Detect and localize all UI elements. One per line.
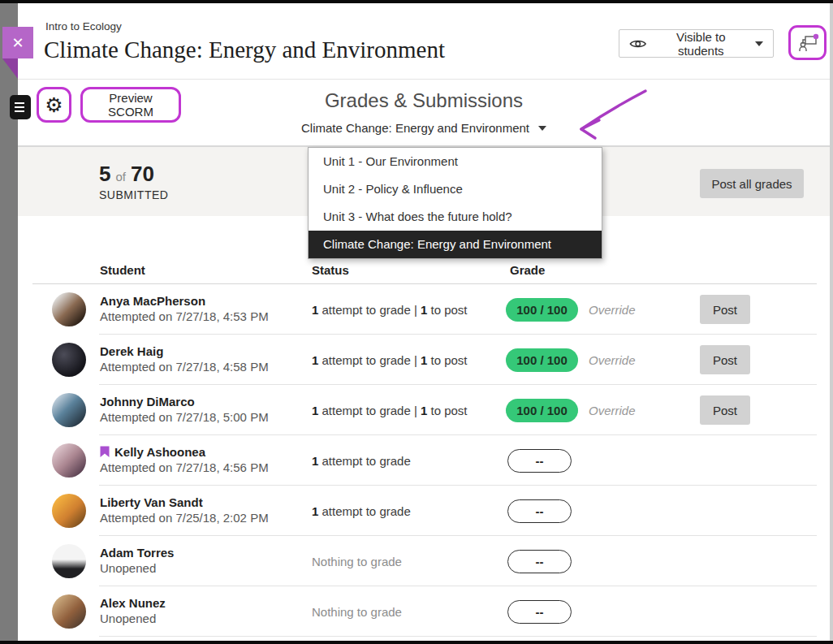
student-name: Kelly Ashoonea [100,444,269,460]
dropdown-item-unit3[interactable]: Unit 3 - What does the future hold? [309,203,602,231]
content-dropdown: Unit 1 - Our Environment Unit 2 - Policy… [308,147,602,259]
visibility-button[interactable]: Visible to students [619,29,774,58]
content-selector-label: Climate Change: Energy and Environment [301,121,529,135]
avatar [52,594,86,629]
grade-pill[interactable]: -- [507,499,572,523]
avatar [52,393,86,427]
of-label: of [115,170,126,184]
column-header-grade: Grade [510,263,545,277]
column-header-student: Student [100,263,145,277]
close-button[interactable]: ✕ [2,27,33,58]
profile-activity-button[interactable] [788,25,827,60]
submitted-summary: 5 of 70 SUBMITTED [99,162,168,201]
avatar [52,343,86,377]
table-row[interactable]: Liberty Van Sandt Attempted on 7/25/18, … [18,486,830,536]
notification-dot [813,33,818,38]
grade-pill[interactable]: -- [507,600,572,624]
submitted-count: 5 [99,162,110,187]
status-text: Nothing to grade [312,586,402,637]
post-button[interactable]: Post [700,295,750,324]
submitted-caption: SUBMITTED [99,188,168,201]
avatar [52,544,86,578]
status-text: 1 attempt to grade | 1 to post [312,335,468,385]
avatar [52,292,86,326]
dropdown-item-unit2[interactable]: Unit 2 - Policy & Influence [309,175,602,203]
window-top-edge [0,0,833,3]
avatar [52,443,86,478]
grade-pill[interactable]: -- [507,449,572,473]
attempt-date: Attempted on 7/27/18, 4:58 PM [100,359,269,374]
student-name: Adam Torres [100,545,174,560]
dropdown-item-unit1[interactable]: Unit 1 - Our Environment [309,148,602,175]
table-row[interactable]: Anya MacPherson Attempted on 7/27/18, 4:… [18,284,830,335]
chevron-down-icon [538,126,546,131]
grade-pill[interactable]: 100 / 100 [506,298,578,322]
eye-icon [629,38,647,50]
annotation-arrow [568,86,648,143]
window-bottom-edge [0,641,833,644]
post-button[interactable]: Post [700,395,750,425]
close-icon: ✕ [11,34,24,52]
table-row[interactable]: Derek Haig Attempted on 7/27/18, 4:58 PM… [18,335,830,385]
status-text: 1 attempt to grade [312,486,411,536]
chevron-down-icon [755,41,763,46]
visibility-label: Visible to students [655,30,748,58]
table-row[interactable]: Adam Torres Unopened Nothing to grade -- [18,536,830,586]
grade-pill[interactable]: 100 / 100 [506,348,578,372]
header-divider [18,79,830,80]
status-text: 1 attempt to grade [312,435,411,486]
avatar [52,494,86,528]
attempt-date: Unopened [100,611,166,626]
course-label: Intro to Ecology [45,20,122,32]
attempt-date: Attempted on 7/27/18, 4:53 PM [100,309,269,324]
attempt-date: Attempted on 7/27/18, 4:56 PM [100,460,269,475]
table-row[interactable]: Kelly Ashoonea Attempted on 7/27/18, 4:5… [18,435,830,486]
total-count: 70 [131,162,154,187]
hamburger-icon [15,102,24,104]
app-window: ✕ Intro to Ecology Climate Change: Energ… [0,0,833,644]
column-header-status: Status [312,263,349,277]
row-divider [99,636,817,637]
page-title: Climate Change: Energy and Environment [44,37,445,63]
student-name: Derek Haig [100,344,269,359]
window-right-edge [830,3,833,641]
submissions-table: Anya MacPherson Attempted on 7/27/18, 4:… [18,284,830,640]
grade-pill[interactable]: -- [507,550,572,573]
profile-activity-icon [796,32,819,54]
content-selector[interactable]: Climate Change: Energy and Environment [18,120,830,136]
student-name: Alex Nunez [100,595,166,611]
post-all-grades-button[interactable]: Post all grades [700,169,804,198]
status-text: 1 attempt to grade | 1 to post [312,385,468,435]
student-name: Johnny DiMarco [100,394,269,409]
table-row[interactable]: Johnny DiMarco Attempted on 7/27/18, 5:0… [18,385,830,435]
post-button[interactable]: Post [700,345,750,374]
attempt-date: Attempted on 7/27/18, 5:00 PM [100,409,269,425]
menu-button[interactable] [10,95,31,119]
student-name: Anya MacPherson [100,293,269,309]
dropdown-item-selected[interactable]: Climate Change: Energy and Environment [309,231,602,258]
flag-icon [100,446,110,458]
status-text: 1 attempt to grade | 1 to post [312,284,468,335]
attempt-date: Unopened [100,560,174,576]
student-name: Liberty Van Sandt [100,495,269,510]
override-label: Override [589,385,636,435]
status-text: Nothing to grade [312,536,402,586]
override-label: Override [589,335,636,385]
table-row[interactable]: Alex Nunez Unopened Nothing to grade -- [18,586,830,637]
attempt-date: Attempted on 7/25/18, 2:02 PM [100,510,269,525]
override-label: Override [589,284,636,335]
grade-pill[interactable]: 100 / 100 [506,399,578,422]
panel-title: Grades & Submissions [18,89,830,112]
